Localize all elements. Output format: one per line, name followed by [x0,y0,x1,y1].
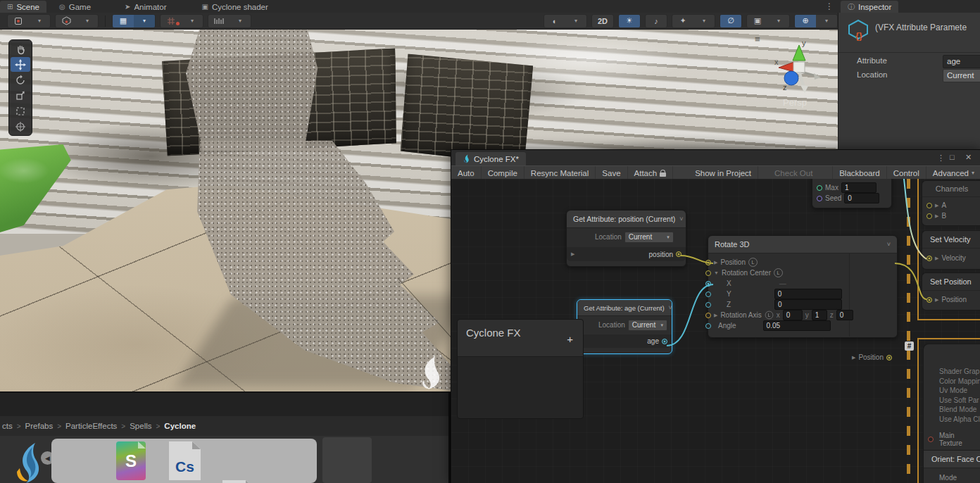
position-input-port[interactable] [926,297,932,303]
save-button[interactable]: Save [596,166,627,180]
increment-snap-dropdown[interactable]: ▾ [182,15,203,27]
measure-dropdown[interactable]: ▾ [230,15,251,27]
angle-input-port[interactable] [705,323,711,329]
velocity-input-port[interactable] [926,256,932,261]
camera-settings-button[interactable]: ▣ [747,15,768,27]
channel-b-port[interactable] [926,213,932,219]
position-output-port[interactable] [676,251,681,257]
vfx-graph-canvas[interactable]: # Max1 Seed0 Get Attribute: position (Cu… [451,179,980,483]
shading-mode-dropdown[interactable]: ▾ [565,15,586,27]
blackboard-panel[interactable]: Cyclone FX + [457,319,584,419]
shading-mode-button[interactable]: ◐ [544,15,565,27]
grid-snap-dropdown[interactable]: ▾ [134,15,155,27]
channel-a-port[interactable] [926,203,932,208]
location-dropdown[interactable]: Current▾ [624,232,674,243]
overlay-menu-icon[interactable]: ≡ [755,34,760,44]
measure-button[interactable] [208,15,230,27]
shadergraph-asset-icon[interactable]: S [116,441,146,480]
axis-y-field[interactable]: 1 [812,310,827,320]
hand-tool-button[interactable] [11,42,30,56]
axis-z-field[interactable]: 0 [836,310,853,320]
space-badge-icon[interactable]: L [748,258,758,267]
z-field[interactable]: 0 [774,299,842,310]
space-badge-icon[interactable]: L [774,268,783,277]
axis-x-field[interactable]: 0 [783,310,803,320]
effects-dropdown[interactable]: ▾ [693,15,715,27]
projection-label[interactable]: Persp [783,97,807,108]
seed-field[interactable]: 0 [844,193,879,203]
tool-settings-button[interactable] [8,15,29,27]
handle-rotation-dropdown[interactable]: ▾ [77,15,98,27]
collapse-chevron-icon[interactable]: ˅ [679,215,683,222]
breadcrumb-item[interactable]: Spells [130,422,151,430]
vfx-window-menu-icon[interactable]: ⋮ [937,153,945,163]
location-dropdown[interactable]: Current [943,69,980,82]
position-input-port[interactable] [705,260,711,265]
hash-badge[interactable]: # [905,341,914,351]
rotate-3d-node[interactable]: Rotate 3D˅ ▶PositionL ▼Rotation CenterL … [708,235,898,338]
empty-asset-tile[interactable] [322,437,372,483]
breadcrumb-item[interactable]: cts [2,422,13,430]
csharp-script-icon[interactable]: Cs [169,441,201,480]
breadcrumb-item[interactable]: Prefabs [25,422,54,430]
csharp-script-icon[interactable]: Cs [222,480,254,483]
age-output-port[interactable] [662,339,667,344]
rotation-center-port[interactable] [705,270,711,276]
position-output-port[interactable] [886,355,892,360]
handle-rotation-button[interactable] [56,15,77,27]
output-context-block[interactable]: Shader Grap Color Mappin Uv Mode Use Sof… [923,344,980,483]
vfx-window-maximize-icon[interactable]: □ [950,153,955,161]
show-in-project-button[interactable]: Show in Project [689,166,758,180]
2d-toggle[interactable]: 2D [592,15,613,27]
collapse-chevron-icon[interactable]: ˅ [887,241,891,248]
breadcrumb-current[interactable]: Cyclone [164,422,196,430]
tab-animator[interactable]: ➤Animator [118,1,173,13]
rect-tool-button[interactable] [11,104,30,118]
hidden-objects-toggle[interactable]: ∅ [720,15,741,27]
breadcrumb-item[interactable]: ParticleEffects [65,422,117,430]
camera-settings-dropdown[interactable]: ▾ [768,15,789,27]
angle-field[interactable]: 0.05 [763,320,831,331]
tab-game[interactable]: ◎Game [52,1,98,13]
orientation-gizmo[interactable]: y x z [772,39,827,99]
blackboard-add-button[interactable]: + [567,333,573,345]
rotation-axis-port[interactable] [705,313,711,318]
y-field[interactable]: 0 [774,289,842,299]
auto-button[interactable]: Auto [451,166,482,180]
z-input-port[interactable] [705,302,711,308]
tab-cyclone-fx[interactable]: Cyclone FX* [456,152,526,165]
orient-block[interactable]: Orient: Face Ca Mode [924,450,980,483]
tab-scene[interactable]: ⊞Scene [0,1,46,13]
vfx-asset-flame-icon[interactable] [11,441,45,483]
effects-toggle[interactable]: ✦ [672,15,693,27]
vfx-window-close-icon[interactable]: ✕ [965,153,972,162]
channels-block[interactable]: Channels ▶A ▶B [922,180,980,226]
advanced-dropdown[interactable]: Advanced▾ [926,166,980,180]
expander-icon[interactable]: ▶ [571,251,574,257]
vfx-gizmo-swirl-icon[interactable] [414,355,446,391]
seed-port[interactable] [817,196,822,201]
attribute-value-field[interactable]: age [943,55,980,68]
blackboard-toggle-button[interactable]: Blackboard [832,166,887,180]
location-dropdown[interactable]: Current▾ [628,320,667,331]
grid-snap-toggle[interactable]: ▦ [113,15,134,27]
max-field[interactable]: 1 [841,182,877,193]
check-out-button[interactable]: Check Out [768,166,819,180]
gizmos-toggle[interactable]: ⊕ [795,15,816,27]
control-button[interactable]: Control [887,166,926,180]
get-attribute-age-node[interactable]: Get Attribute: age (Current)˅ LocationCu… [577,299,672,354]
tab-bar-menu-icon[interactable]: ⋮ [825,1,834,11]
x-input-port[interactable] [705,281,711,287]
tab-inspector[interactable]: ⓘInspector [841,1,898,13]
lighting-toggle[interactable]: ☀ [619,15,640,27]
y-input-port[interactable] [705,291,711,297]
set-position-block[interactable]: Set Position ▶Position [922,272,980,310]
audio-toggle[interactable]: ♪ [646,15,667,27]
move-tool-button[interactable] [11,57,30,72]
scale-tool-button[interactable] [11,88,30,103]
collapse-chevron-icon[interactable]: ˅ [669,304,672,311]
main-texture-port[interactable] [928,437,934,442]
random-number-node[interactable]: Max1 Seed0 [812,179,892,208]
set-velocity-block[interactable]: Set Velocity ▶Velocity [922,230,980,270]
compile-button[interactable]: Compile [482,166,524,180]
